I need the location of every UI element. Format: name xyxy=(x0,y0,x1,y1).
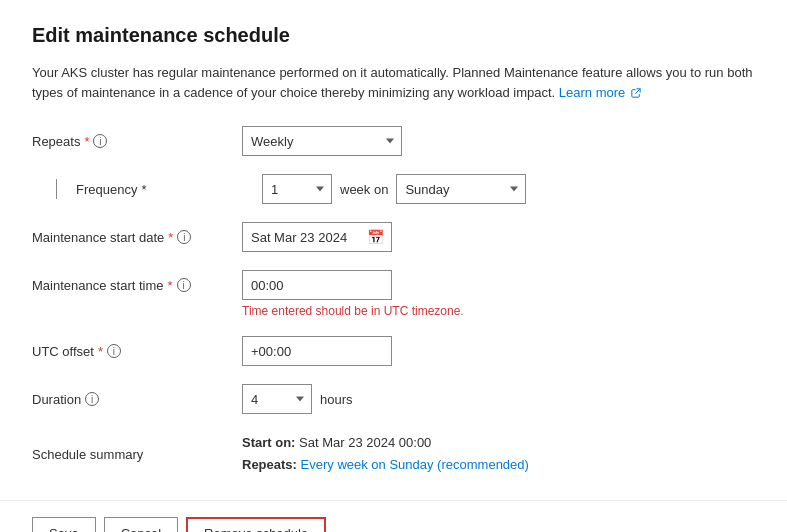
repeats-select[interactable]: Weekly Daily AbsoluteMonthly RelativeMon… xyxy=(242,126,402,156)
duration-row: Duration i 1 2 3 4 5 6 7 8 xyxy=(32,384,755,414)
remove-schedule-button[interactable]: Remove schedule xyxy=(186,517,326,532)
summary-repeats-line: Repeats: Every week on Sunday (recommend… xyxy=(242,454,529,476)
utc-offset-info-icon[interactable]: i xyxy=(107,344,121,358)
summary-start-line: Start on: Sat Mar 23 2024 00:00 xyxy=(242,432,529,454)
day-select-wrapper: Sunday Monday Tuesday Wednesday Thursday… xyxy=(396,174,526,204)
footer: Save Cancel Remove schedule xyxy=(0,501,787,532)
repeats-info-icon[interactable]: i xyxy=(93,134,107,148)
start-date-row: Maintenance start date * i 📅 xyxy=(32,222,755,252)
start-time-label: Maintenance start time * i xyxy=(32,278,242,293)
frequency-row: Frequency * 1 2 3 4 week on Sunday xyxy=(32,174,755,204)
save-button[interactable]: Save xyxy=(32,517,96,532)
learn-more-link[interactable]: Learn more xyxy=(559,85,641,100)
repeats-row: Repeats * i Weekly Daily AbsoluteMonthly… xyxy=(32,126,755,156)
utc-offset-row: UTC offset * i xyxy=(32,336,755,366)
start-time-input[interactable] xyxy=(242,270,392,300)
repeats-control: Weekly Daily AbsoluteMonthly RelativeMon… xyxy=(242,126,755,156)
repeats-label: Repeats * i xyxy=(32,134,242,149)
schedule-summary-row: Schedule summary Start on: Sat Mar 23 20… xyxy=(32,432,755,476)
duration-select-wrapper: 1 2 3 4 5 6 7 8 xyxy=(242,384,312,414)
schedule-summary-control: Start on: Sat Mar 23 2024 00:00 Repeats:… xyxy=(242,432,755,476)
external-link-icon xyxy=(631,88,641,98)
date-input-wrapper: 📅 xyxy=(242,222,392,252)
duration-label: Duration i xyxy=(32,392,242,407)
time-hint: Time entered should be in UTC timezone. xyxy=(242,304,755,318)
start-date-input[interactable] xyxy=(242,222,392,252)
duration-control: 1 2 3 4 5 6 7 8 hours xyxy=(242,384,755,414)
day-select[interactable]: Sunday Monday Tuesday Wednesday Thursday… xyxy=(396,174,526,204)
cancel-button[interactable]: Cancel xyxy=(104,517,178,532)
frequency-control: 1 2 3 4 week on Sunday Monday Tuesday We… xyxy=(262,174,755,204)
page-description: Your AKS cluster has regular maintenance… xyxy=(32,63,755,102)
week-on-text: week on xyxy=(340,182,388,197)
duration-select[interactable]: 1 2 3 4 5 6 7 8 xyxy=(242,384,312,414)
page-title: Edit maintenance schedule xyxy=(32,24,755,47)
start-date-label: Maintenance start date * i xyxy=(32,230,242,245)
schedule-summary: Start on: Sat Mar 23 2024 00:00 Repeats:… xyxy=(242,432,529,476)
schedule-summary-label: Schedule summary xyxy=(32,447,242,462)
start-date-info-icon[interactable]: i xyxy=(177,230,191,244)
frequency-label: Frequency * xyxy=(76,182,262,197)
duration-info-icon[interactable]: i xyxy=(85,392,99,406)
start-time-info-icon[interactable]: i xyxy=(177,278,191,292)
start-time-control xyxy=(242,270,755,300)
frequency-select[interactable]: 1 2 3 4 xyxy=(262,174,332,204)
utc-offset-control xyxy=(242,336,755,366)
start-date-control: 📅 xyxy=(242,222,755,252)
indent-line xyxy=(56,179,68,199)
utc-offset-input[interactable] xyxy=(242,336,392,366)
utc-offset-label: UTC offset * i xyxy=(32,344,242,359)
frequency-select-wrapper: 1 2 3 4 xyxy=(262,174,332,204)
repeats-select-wrapper: Weekly Daily AbsoluteMonthly RelativeMon… xyxy=(242,126,402,156)
duration-unit: hours xyxy=(320,392,353,407)
start-time-row: Maintenance start time * i Time entered … xyxy=(32,270,755,318)
